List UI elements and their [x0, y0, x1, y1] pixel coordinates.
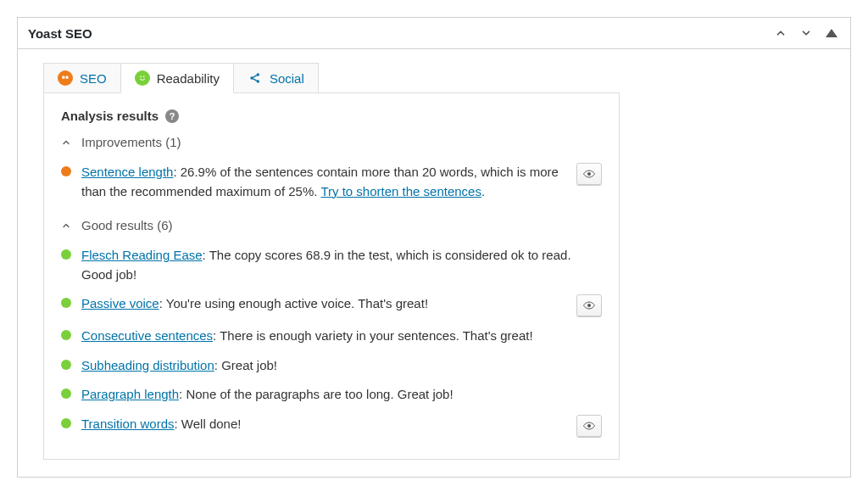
result-text: Flesch Reading Ease: The copy scores 68.…	[81, 246, 602, 284]
svg-point-7	[587, 172, 591, 176]
result-text: Passive voice: You're using enough activ…	[81, 294, 566, 314]
result-text: Sentence length: 26.9% of the sentences …	[81, 163, 566, 201]
improvements-list: Sentence length: 26.9% of the sentences …	[61, 158, 602, 206]
group-good-header[interactable]: Good results (6)	[61, 218, 602, 232]
good-results-list: Flesch Reading Ease: The copy scores 68.…	[61, 241, 602, 442]
result-row: Paragraph length: None of the paragraphs…	[61, 380, 602, 410]
toggle-panel-button[interactable]	[823, 25, 840, 42]
status-bullet	[61, 166, 71, 176]
status-bullet	[61, 330, 71, 340]
result-row: Subheading distribution: Great job!	[61, 351, 602, 381]
smile-face-icon	[135, 70, 150, 86]
tabs-bar: •• SEO Readability Social	[18, 49, 850, 93]
result-link[interactable]: Paragraph length	[81, 387, 179, 401]
tab-seo[interactable]: •• SEO	[43, 63, 121, 93]
result-text: Transition words: Well done!	[81, 415, 566, 434]
metabox-controls	[772, 25, 840, 42]
tab-readability-label: Readability	[157, 71, 220, 86]
status-bullet	[61, 389, 71, 399]
status-bullet	[61, 360, 71, 370]
svg-point-8	[587, 304, 591, 307]
result-row: Passive voice: You're using enough activ…	[61, 289, 602, 321]
group-good-label: Good results (6)	[81, 218, 173, 232]
result-text: Consecutive sentences: There is enough v…	[81, 327, 602, 346]
svg-point-9	[587, 424, 591, 428]
result-tail-link[interactable]: Try to shorten the sentences	[320, 184, 481, 198]
result-row: Transition words: Well done!	[61, 410, 602, 442]
tab-readability[interactable]: Readability	[120, 63, 234, 93]
highlight-eye-button[interactable]	[576, 294, 602, 316]
tab-seo-label: SEO	[80, 71, 107, 86]
help-icon[interactable]: ?	[165, 109, 179, 123]
result-row: Sentence length: 26.9% of the sentences …	[61, 158, 602, 206]
result-text: Paragraph length: None of the paragraphs…	[81, 385, 602, 405]
svg-point-1	[143, 75, 145, 77]
result-row: Flesch Reading Ease: The copy scores 68.…	[61, 241, 602, 289]
yoast-seo-metabox: Yoast SEO •• SEO Readability	[17, 17, 851, 478]
chevron-up-icon	[61, 221, 71, 231]
group-improvements-header[interactable]: Improvements (1)	[61, 135, 602, 149]
highlight-eye-button[interactable]	[576, 415, 602, 437]
highlight-eye-button[interactable]	[576, 163, 602, 185]
status-bullet	[61, 418, 71, 428]
move-down-button[interactable]	[798, 25, 815, 42]
analysis-results-title: Analysis results ?	[61, 109, 602, 123]
readability-panel: Analysis results ? Improvements (1) Sent…	[43, 92, 620, 460]
svg-line-5	[253, 75, 257, 78]
result-row: Consecutive sentences: There is enough v…	[61, 321, 602, 351]
result-link[interactable]: Passive voice	[81, 296, 159, 310]
result-text: Subheading distribution: Great job!	[81, 356, 602, 376]
metabox-header: Yoast SEO	[18, 18, 850, 49]
svg-line-6	[253, 79, 257, 81]
share-icon	[248, 70, 263, 86]
result-link[interactable]: Consecutive sentences	[81, 328, 213, 343]
metabox-title: Yoast SEO	[28, 26, 92, 41]
analysis-title-text: Analysis results	[61, 109, 159, 123]
result-link[interactable]: Transition words	[81, 417, 174, 431]
result-link[interactable]: Subheading distribution	[81, 358, 214, 372]
tab-social[interactable]: Social	[233, 63, 319, 93]
triangle-up-icon	[826, 29, 837, 37]
neutral-face-icon: ••	[58, 70, 73, 86]
status-bullet	[61, 249, 71, 260]
result-link[interactable]: Sentence length	[81, 165, 173, 179]
tab-social-label: Social	[270, 71, 304, 86]
move-up-button[interactable]	[772, 25, 789, 42]
status-bullet	[61, 298, 71, 308]
svg-point-0	[140, 75, 142, 77]
result-link[interactable]: Flesch Reading Ease	[81, 248, 203, 262]
chevron-up-icon	[61, 137, 71, 148]
group-improvements-label: Improvements (1)	[81, 135, 181, 149]
